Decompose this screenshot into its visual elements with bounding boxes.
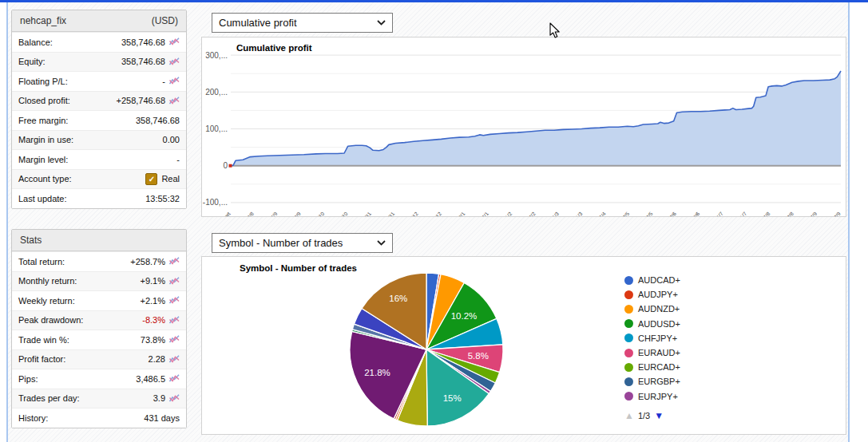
pager-up-icon[interactable]: ▲	[624, 410, 634, 421]
row-value: Real	[161, 174, 180, 184]
legend-pager: ▲ 1/3 ▼	[624, 410, 664, 421]
account-row: Free margin:358,746.68	[12, 110, 186, 130]
svg-text:200,...: 200,...	[205, 88, 228, 97]
svg-text:19/8: 19/8	[244, 211, 256, 216]
svg-text:4/9: 4/9	[269, 211, 278, 216]
row-value: +2.1%	[141, 296, 166, 306]
svg-text:11/2: 11/2	[502, 211, 513, 216]
symbol-trades-panel: Symbol - Number of trades 10.2%5.8%15%21…	[201, 256, 846, 435]
row-label: Total return:	[18, 257, 130, 266]
svg-text:22/10: 22/10	[336, 211, 349, 216]
pager-down-icon[interactable]: ▼	[654, 410, 664, 421]
legend-dot-icon	[624, 319, 633, 328]
legend-item[interactable]: AUDUSD+	[624, 317, 680, 331]
row-label: Peak drawdown:	[18, 315, 142, 325]
row-label: Balance:	[18, 37, 121, 47]
row-label: Trades per day:	[18, 393, 153, 403]
legend-item[interactable]: AUDJPY+	[624, 287, 680, 302]
row-value: 3.9	[153, 393, 165, 403]
sparkline-chart-icon[interactable]	[169, 316, 180, 325]
row-label: Free margin:	[18, 116, 136, 125]
legend-label: AUDUSD+	[638, 319, 680, 329]
select-value: Cumulative profit	[219, 17, 297, 29]
legend-dot-icon	[624, 377, 633, 386]
legend-item[interactable]: CHFJPY+	[624, 331, 680, 345]
svg-text:27/2: 27/2	[525, 211, 537, 216]
legend-dot-icon	[624, 349, 633, 357]
row-label: Equity:	[18, 57, 121, 66]
pie-slice-label: 10.2%	[451, 311, 478, 321]
chart-type-select-symbol[interactable]: Symbol - Number of trades	[212, 233, 393, 253]
row-value: 3,486.5	[136, 374, 165, 384]
real-account-checkbox-icon: ✓	[145, 173, 157, 185]
legend-item[interactable]: EURCAD+	[624, 360, 680, 374]
account-row: Account type:✓Real	[12, 169, 186, 189]
sparkline-chart-icon[interactable]	[169, 355, 180, 364]
svg-text:6/10: 6/10	[315, 211, 326, 216]
legend-label: EURAUD+	[638, 348, 680, 357]
row-label: History:	[18, 413, 144, 423]
row-label: Closed profit:	[18, 96, 117, 105]
sparkline-chart-icon[interactable]	[169, 37, 180, 46]
cumulative-profit-panel: Cumulative profit 300,...200,...100,...0…	[201, 37, 846, 217]
svg-text:7/9: 7/9	[809, 211, 818, 216]
svg-text:10/1: 10/1	[455, 211, 466, 216]
svg-text:20/9: 20/9	[291, 211, 302, 216]
svg-text:2/5: 2/5	[621, 211, 630, 216]
stats-rows: Total return:+258.7%Monthly return:+9.1%…	[12, 251, 186, 428]
row-value: 0.00	[163, 135, 180, 144]
row-label: Pips:	[18, 374, 136, 384]
legend-label: AUDCAD+	[638, 275, 680, 285]
widget-right-border	[848, 2, 850, 442]
sparkline-chart-icon[interactable]	[169, 77, 180, 85]
stat-row: Peak drawdown:-8.3%	[12, 310, 186, 330]
stat-row: Monthly return:+9.1%	[12, 271, 186, 291]
legend-item[interactable]: AUDCAD+	[624, 273, 680, 287]
stats-title: Stats	[20, 235, 42, 246]
account-row: Closed profit:+258,746.68	[12, 91, 186, 111]
svg-text:16/4: 16/4	[596, 211, 607, 216]
row-value: 358,746.68	[121, 57, 165, 66]
sparkline-chart-icon[interactable]	[169, 296, 180, 305]
legend-dot-icon	[624, 276, 633, 285]
stat-row: History:431 days	[12, 408, 186, 428]
sparkline-chart-icon[interactable]	[169, 257, 180, 266]
sparkline-chart-icon[interactable]	[169, 97, 180, 105]
sparkline-chart-icon[interactable]	[169, 394, 180, 403]
legend-dot-icon	[624, 305, 633, 314]
row-value: -8.3%	[142, 315, 165, 325]
legend-item[interactable]: EURJPY+	[624, 389, 680, 404]
legend-label: CHFJPY+	[638, 333, 677, 343]
row-label: Trade win %:	[18, 335, 141, 345]
stat-row: Trade win %:73.8%	[12, 330, 186, 349]
sparkline-chart-icon[interactable]	[169, 374, 180, 383]
cursor-icon	[549, 22, 561, 39]
legend-item[interactable]: EURGBP+	[624, 374, 680, 389]
svg-text:Start: Start	[220, 211, 232, 216]
account-panel-header: nehcap_fix (USD)	[12, 10, 186, 32]
select-value: Symbol - Number of trades	[219, 237, 343, 249]
chart-type-select-cumulative[interactable]: Cumulative profit	[212, 13, 393, 33]
row-value: 358,746.68	[121, 37, 165, 47]
cumulative-profit-chart: 300,...200,...100,...0-100,...Start19/84…	[202, 37, 846, 216]
svg-text:23/11: 23/11	[383, 211, 396, 216]
account-row: Floating P/L:-	[12, 71, 186, 91]
account-panel: nehcap_fix (USD) Balance:358,746.68Equit…	[11, 10, 187, 209]
sparkline-chart-icon[interactable]	[169, 57, 180, 66]
row-label: Last update:	[18, 194, 145, 203]
symbol-trades-pie-chart: 10.2%5.8%15%21.8%16%	[202, 257, 846, 434]
svg-text:18/5: 18/5	[643, 211, 654, 216]
row-value: +9.1%	[141, 276, 166, 286]
sparkline-chart-icon[interactable]	[169, 277, 180, 286]
row-label: Weekly return:	[18, 296, 141, 306]
svg-text:6/8: 6/8	[762, 211, 771, 216]
sparkline-chart-icon[interactable]	[169, 335, 180, 344]
legend-label: AUDNZD+	[638, 304, 680, 314]
legend-item[interactable]: EURAUD+	[624, 345, 680, 360]
row-value: +258,746.68	[117, 96, 165, 105]
svg-text:300,...: 300,...	[205, 51, 228, 60]
row-value: 431 days	[144, 413, 180, 423]
svg-text:25/12: 25/12	[430, 211, 442, 216]
legend-dot-icon	[624, 363, 633, 372]
legend-item[interactable]: AUDNZD+	[624, 302, 680, 316]
